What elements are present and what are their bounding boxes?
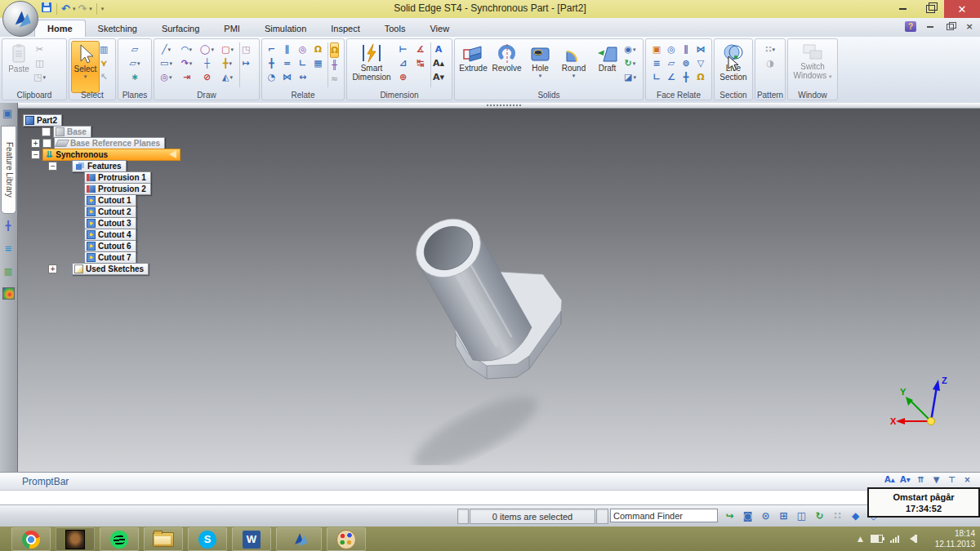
face-planar-icon[interactable]: ▱ (664, 56, 679, 70)
point-icon[interactable]: ┼ (197, 56, 217, 70)
zoom-icon[interactable]: ⊙ (758, 508, 773, 523)
dimension-style-icon[interactable]: A (435, 42, 443, 56)
simulation-results-icon[interactable] (2, 287, 15, 300)
fillet-icon[interactable]: ↷▾ (176, 56, 197, 70)
select-options-icon[interactable]: ▥ (100, 42, 108, 56)
document-minimize-button[interactable] (924, 21, 936, 32)
angle-between-icon[interactable]: ∡ (412, 42, 429, 56)
collapse-icon[interactable]: ⇈ (915, 473, 927, 486)
family-of-parts-icon[interactable]: ╋ (2, 219, 15, 232)
slot-icon[interactable]: ↻▾ (625, 56, 636, 70)
fit-icon[interactable]: ⊞ (776, 508, 791, 523)
coordinate-dimension-icon[interactable]: ↹ (412, 56, 429, 70)
tab-surfacing[interactable]: Surfacing (149, 20, 212, 37)
taskbar-skype-button[interactable]: S (188, 527, 227, 551)
taskbar-solid-edge-button[interactable] (276, 527, 322, 551)
tray-expand-icon[interactable]: ▲ (858, 535, 863, 543)
more-planes-icon[interactable]: ▱▾ (130, 56, 140, 70)
refresh-icon[interactable]: ↻ (812, 508, 827, 523)
mirror-pattern-icon[interactable]: ◑ (766, 56, 774, 70)
sensors-icon[interactable]: ▥ (2, 264, 15, 278)
tree-item-cutout-4[interactable]: Cutout 4 (84, 229, 136, 240)
coordinate-system-icon[interactable]: ∗ (131, 70, 138, 84)
face-parallel-icon[interactable]: ∥ (679, 42, 693, 56)
face-angle-icon[interactable]: ∠ (664, 70, 679, 84)
document-restore-button[interactable] (944, 21, 956, 32)
mirror-icon[interactable]: ◭▾ (217, 70, 238, 84)
decrease-text-icon[interactable]: A▾ (433, 70, 444, 84)
network-signal-icon[interactable] (890, 535, 899, 543)
rectangular-pattern-icon[interactable]: ∷▾ (765, 42, 775, 56)
zoom-area-icon[interactable]: ◙ (740, 508, 755, 523)
tree-item-synchronous[interactable]: − ⇊ Synchronous (31, 149, 180, 160)
taskbar-word-button[interactable]: W (232, 527, 271, 551)
face-perpendicular-icon[interactable]: ∟ (649, 70, 664, 84)
part-model[interactable] (384, 196, 604, 465)
select-button[interactable]: Select ▾ (71, 41, 100, 93)
move-icon[interactable]: ╋▾ (217, 56, 238, 70)
pin-icon[interactable]: ⊤ (946, 473, 958, 486)
feature-library-tab[interactable]: Feature Library (1, 126, 16, 214)
face-concentric-icon[interactable]: ◎ (664, 42, 679, 56)
smart-dimension-button[interactable]: Smart Dimension (349, 41, 394, 91)
help-icon[interactable]: ? (905, 21, 916, 32)
select-tool-icon[interactable]: ↖ (100, 70, 108, 84)
tray-clock[interactable]: 18:14 12.11.2013 (935, 528, 975, 549)
tab-view[interactable]: View (417, 20, 461, 37)
perpendicular-icon[interactable]: ∟ (295, 56, 310, 70)
thread-icon[interactable]: ◉▾ (624, 42, 635, 56)
tree-item-used-sketches[interactable]: + Used Sketches (48, 264, 149, 274)
angular-coordinate-icon[interactable]: ⊕ (394, 70, 412, 84)
parallel-icon[interactable]: ∥ (279, 42, 295, 56)
part-copy-icon[interactable]: ◳▾ (33, 70, 46, 84)
coincident-plane-icon[interactable]: ▱ (131, 42, 138, 56)
tree-item-cutout-1[interactable]: Cutout 1 (84, 195, 136, 206)
lock-icon[interactable]: Ω (310, 42, 326, 56)
line-icon[interactable]: ╱▾ (156, 42, 176, 56)
expand-box[interactable]: + (31, 139, 40, 148)
increase-text-icon[interactable]: A▴ (433, 56, 444, 70)
collinear-icon[interactable]: ↔ (295, 70, 310, 84)
switch-windows-button[interactable]: Switch Windows ▾ (790, 41, 835, 91)
thicken-icon[interactable]: ◪▾ (624, 70, 636, 84)
face-align-icon[interactable]: ╋ (679, 70, 693, 84)
connect-icon[interactable]: ⌐ (264, 42, 279, 56)
taskbar-chrome-button[interactable] (11, 527, 51, 551)
tab-inspect[interactable]: Inspect (318, 20, 372, 37)
copy-icon[interactable]: ◫ (35, 56, 43, 70)
document-close-button[interactable]: × (964, 21, 975, 32)
minimize-button[interactable] (889, 0, 916, 18)
synchronous-selected-bar[interactable]: ⇊ Synchronous (42, 149, 180, 161)
tree-item-cutout-7[interactable]: Cutout 7 (84, 252, 136, 263)
copy-image-icon[interactable]: ∷ (830, 508, 845, 523)
tree-item-cutout-3[interactable]: Cutout 3 (84, 218, 136, 229)
arc-icon[interactable]: ◠▾ (176, 42, 197, 56)
application-button[interactable] (2, 1, 38, 37)
tree-item-part2[interactable]: Part2 (23, 115, 62, 126)
pathfinder-panel-icon[interactable]: ▣ (2, 108, 17, 119)
project-to-sketch-icon[interactable]: ◳ (242, 42, 250, 56)
collapse-box[interactable]: − (48, 162, 57, 171)
tangent-icon[interactable]: ◎ (295, 42, 310, 56)
tab-sketching[interactable]: Sketching (86, 20, 149, 37)
taskbar-paint-button[interactable] (327, 527, 366, 551)
coplanar-icon[interactable]: ▣ (649, 42, 664, 56)
view-orientation-icon[interactable]: ◆ (848, 508, 863, 523)
collapse-arrow-icon[interactable] (169, 150, 176, 158)
face-horizontal-icon[interactable]: ▽ (693, 56, 708, 70)
rectangle-icon[interactable]: ▭▾ (156, 56, 176, 70)
circle-icon[interactable]: ◯▾ (197, 42, 217, 56)
distance-between-icon[interactable]: ⊢ (394, 42, 412, 56)
taskbar-game-button[interactable] (56, 527, 95, 551)
offset-icon[interactable]: ⇥ (176, 70, 197, 84)
tree-item-protrusion-1[interactable]: Protrusion 1 (84, 172, 151, 183)
tab-tools[interactable]: Tools (372, 20, 418, 37)
face-equal-icon[interactable]: ≡ (649, 56, 664, 70)
concentric-icon[interactable]: ◔ (264, 70, 279, 84)
viewport-top-splitter[interactable] (17, 103, 980, 109)
tree-item-protrusion-2[interactable]: Protrusion 2 (84, 184, 151, 194)
expand-box[interactable]: + (48, 264, 57, 273)
close-button[interactable]: ✕ (944, 0, 980, 18)
symmetric-diameter-icon[interactable]: ⊿ (394, 56, 412, 70)
lock-dimension-icon[interactable]: Ω (330, 42, 339, 58)
